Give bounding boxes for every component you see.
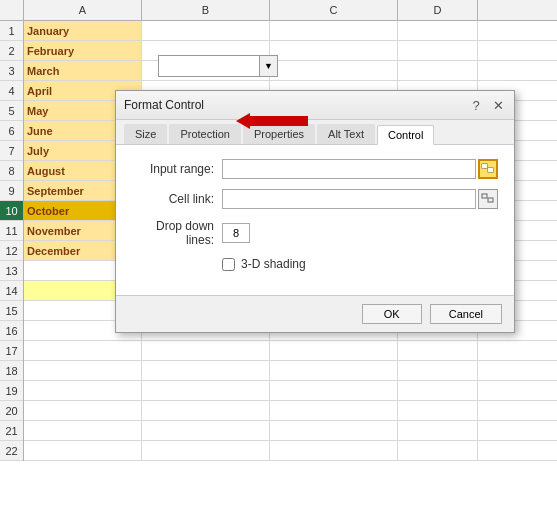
row-num-9: 9	[0, 181, 23, 201]
cell-b22[interactable]	[142, 441, 270, 460]
cell-a21[interactable]	[24, 421, 142, 440]
cell-a1[interactable]: January	[24, 21, 142, 40]
cell-c20[interactable]	[270, 401, 398, 420]
input-range-button[interactable]	[478, 159, 498, 179]
corner-header	[0, 0, 24, 20]
cell-link-field-group	[222, 189, 498, 209]
col-header-c: C	[270, 0, 398, 20]
cell-b19[interactable]	[142, 381, 270, 400]
cell-a22[interactable]	[24, 441, 142, 460]
table-row	[24, 441, 557, 461]
cell-c3[interactable]	[270, 61, 398, 80]
shading-checkbox[interactable]	[222, 258, 235, 271]
row-num-7: 7	[0, 141, 23, 161]
cell-c21[interactable]	[270, 421, 398, 440]
cell-link-button[interactable]	[478, 189, 498, 209]
row-num-21: 21	[0, 421, 23, 441]
arrow-head	[236, 113, 250, 129]
cell-link-field[interactable]	[222, 189, 476, 209]
row-numbers: 1 2 3 4 5 6 7 8 9 10 11 12 13 14 15 16 1…	[0, 21, 24, 461]
cancel-button[interactable]: Cancel	[430, 304, 502, 324]
cell-a18[interactable]	[24, 361, 142, 380]
dialog-controls: ? ✕	[468, 97, 506, 113]
cell-d3[interactable]	[398, 61, 478, 80]
input-range-field[interactable]	[222, 159, 476, 179]
ok-button[interactable]: OK	[362, 304, 422, 324]
dialog-titlebar: Format Control ? ✕	[116, 91, 514, 120]
cell-a17[interactable]	[24, 341, 142, 360]
row-num-3: 3	[0, 61, 23, 81]
cell-c1[interactable]	[270, 21, 398, 40]
cell-a3[interactable]: March	[24, 61, 142, 80]
dialog-title: Format Control	[124, 98, 204, 112]
row-num-19: 19	[0, 381, 23, 401]
row-num-2: 2	[0, 41, 23, 61]
cell-d1[interactable]	[398, 21, 478, 40]
tab-properties[interactable]: Properties	[243, 124, 315, 144]
dropdown-lines-row: Drop down lines:	[132, 219, 498, 247]
cell-link-label: Cell link:	[132, 192, 222, 206]
cell-a20[interactable]	[24, 401, 142, 420]
row-num-17: 17	[0, 341, 23, 361]
dialog-close-button[interactable]: ✕	[490, 97, 506, 113]
cell-d19[interactable]	[398, 381, 478, 400]
format-control-dialog: Format Control ? ✕ Size Protection Prope…	[115, 90, 515, 333]
row-num-13: 13	[0, 261, 23, 281]
shading-label: 3-D shading	[241, 257, 306, 271]
cell-d17[interactable]	[398, 341, 478, 360]
row-num-8: 8	[0, 161, 23, 181]
cell-c2[interactable]	[270, 41, 398, 60]
dialog-footer: OK Cancel	[116, 295, 514, 332]
cell-c19[interactable]	[270, 381, 398, 400]
row-num-14: 14	[0, 281, 23, 301]
table-row	[24, 361, 557, 381]
input-range-field-group	[222, 159, 498, 179]
cell-c22[interactable]	[270, 441, 398, 460]
col-header-a: A	[24, 0, 142, 20]
cell-c18[interactable]	[270, 361, 398, 380]
row-num-12: 12	[0, 241, 23, 261]
cell-d20[interactable]	[398, 401, 478, 420]
cell-d21[interactable]	[398, 421, 478, 440]
svg-rect-2	[482, 164, 487, 168]
row-num-6: 6	[0, 121, 23, 141]
tab-control[interactable]: Control	[377, 125, 434, 145]
cell-b20[interactable]	[142, 401, 270, 420]
cell-b17[interactable]	[142, 341, 270, 360]
combo-box-dropdown-arrow[interactable]: ▼	[259, 56, 277, 76]
col-header-d: D	[398, 0, 478, 20]
row-num-4: 4	[0, 81, 23, 101]
tab-protection[interactable]: Protection	[169, 124, 241, 144]
table-row	[24, 381, 557, 401]
tab-size[interactable]: Size	[124, 124, 167, 144]
dialog-help-button[interactable]: ?	[468, 97, 484, 113]
input-range-label: Input range:	[132, 162, 222, 176]
shading-row: 3-D shading	[222, 257, 498, 271]
row-num-20: 20	[0, 401, 23, 421]
cell-b1[interactable]	[142, 21, 270, 40]
combo-box-widget[interactable]: ▼	[158, 55, 278, 77]
cell-d2[interactable]	[398, 41, 478, 60]
table-row	[24, 401, 557, 421]
row-num-18: 18	[0, 361, 23, 381]
table-row: January	[24, 21, 557, 41]
red-arrow-indicator	[248, 116, 308, 126]
cell-d18[interactable]	[398, 361, 478, 380]
col-header-b: B	[142, 0, 270, 20]
row-num-16: 16	[0, 321, 23, 341]
dropdown-lines-input[interactable]	[222, 223, 250, 243]
tab-alt-text[interactable]: Alt Text	[317, 124, 375, 144]
cell-a19[interactable]	[24, 381, 142, 400]
row-num-11: 11	[0, 221, 23, 241]
cell-c17[interactable]	[270, 341, 398, 360]
cell-d22[interactable]	[398, 441, 478, 460]
row-num-1: 1	[0, 21, 23, 41]
cell-b21[interactable]	[142, 421, 270, 440]
row-num-15: 15	[0, 301, 23, 321]
row-num-5: 5	[0, 101, 23, 121]
column-headers: A B C D	[0, 0, 557, 21]
cell-a2[interactable]: February	[24, 41, 142, 60]
svg-rect-4	[482, 194, 487, 198]
cell-b18[interactable]	[142, 361, 270, 380]
dialog-body: Input range: Cell link:	[116, 145, 514, 295]
